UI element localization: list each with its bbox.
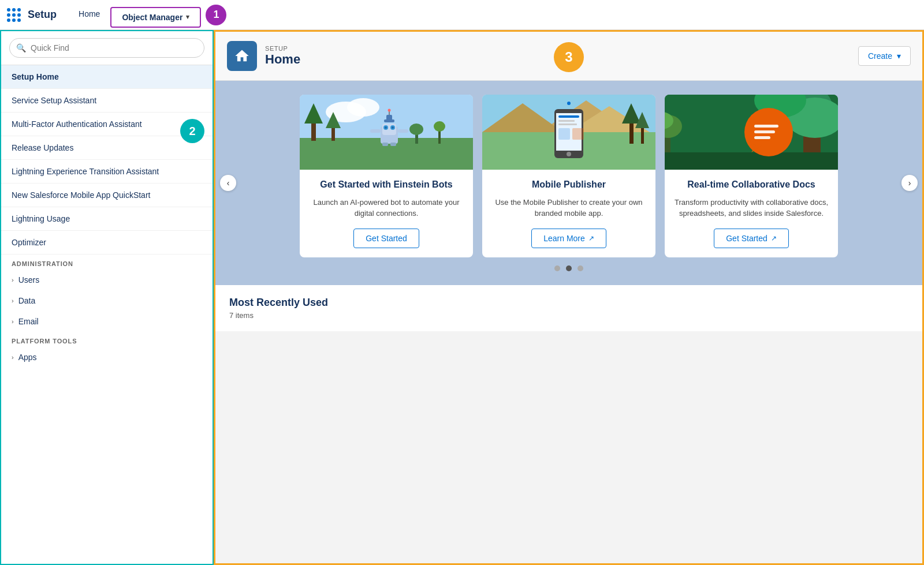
sidebar-item-users[interactable]: › Users bbox=[1, 270, 213, 290]
chevron-right-icon: › bbox=[12, 318, 14, 325]
chevron-right-icon: › bbox=[12, 276, 14, 283]
app-title: Setup bbox=[28, 9, 57, 21]
svg-point-43 bbox=[567, 102, 571, 105]
card-einstein-bots: Get Started with Einstein Bots Launch an… bbox=[300, 95, 473, 257]
svg-rect-38 bbox=[558, 115, 579, 118]
svg-point-2 bbox=[347, 98, 379, 117]
svg-point-13 bbox=[392, 126, 394, 129]
top-navigation: Setup Home Object Manager ▾ 1 bbox=[0, 0, 924, 30]
carousel-dot-1[interactable] bbox=[554, 265, 560, 271]
search-input[interactable] bbox=[9, 38, 204, 58]
carousel-section: ‹ bbox=[215, 81, 922, 285]
mobile-scene-svg bbox=[482, 95, 655, 170]
carousel-prev-button[interactable]: ‹ bbox=[220, 175, 236, 191]
step-badge-2[interactable]: 2 bbox=[180, 119, 204, 143]
svg-rect-33 bbox=[641, 126, 644, 144]
setup-home-icon bbox=[227, 41, 257, 71]
sidebar-item-lightning-transition[interactable]: Lightning Experience Transition Assistan… bbox=[1, 160, 213, 184]
external-link-icon: ↗ bbox=[771, 234, 777, 242]
svg-point-17 bbox=[388, 109, 391, 112]
app-launcher-button[interactable] bbox=[7, 8, 21, 22]
step-badge-3[interactable]: 3 bbox=[554, 42, 584, 72]
setup-small-label: SETUP bbox=[265, 45, 300, 52]
sidebar-item-apps[interactable]: › Apps bbox=[1, 347, 213, 368]
einstein-scene-svg bbox=[300, 95, 473, 170]
card-desc-docs: Transform productivity with collaborativ… bbox=[674, 197, 829, 219]
card-body-einstein: Get Started with Einstein Bots Launch an… bbox=[300, 170, 473, 257]
carousel-cards: Get Started with Einstein Bots Launch an… bbox=[227, 95, 911, 257]
section-header-platform-tools: PLATFORM TOOLS bbox=[1, 332, 213, 347]
svg-rect-57 bbox=[754, 136, 770, 139]
step-badge-3-wrap: 3 bbox=[554, 42, 584, 72]
carousel-dot-3[interactable] bbox=[578, 265, 583, 271]
card-image-einstein bbox=[300, 95, 473, 170]
sidebar-item-optimizer[interactable]: Optimizer bbox=[1, 231, 213, 255]
card-desc-mobile: Use the Mobile Publisher to create your … bbox=[491, 197, 646, 219]
svg-rect-20 bbox=[382, 143, 388, 146]
chevron-down-icon: ▾ bbox=[186, 13, 189, 21]
card-image-docs bbox=[665, 95, 838, 170]
card-desc-einstein: Launch an AI-powered bot to automate you… bbox=[309, 197, 464, 219]
card-action-docs[interactable]: Get Started ↗ bbox=[714, 229, 789, 248]
card-title-einstein: Get Started with Einstein Bots bbox=[309, 179, 464, 191]
svg-point-25 bbox=[434, 121, 445, 132]
card-collab-docs: Real-time Collaborative Docs Transform p… bbox=[665, 95, 838, 257]
carousel-dot-2[interactable] bbox=[566, 265, 572, 271]
svg-rect-21 bbox=[390, 143, 396, 146]
section-header-administration: ADMINISTRATION bbox=[1, 255, 213, 270]
svg-rect-39 bbox=[558, 120, 575, 122]
home-icon bbox=[234, 48, 250, 64]
svg-rect-15 bbox=[386, 115, 392, 121]
svg-rect-19 bbox=[398, 129, 408, 133]
mru-section: Most Recently Used 7 items bbox=[215, 285, 922, 331]
main-layout: 🔍 2 Setup Home Service Setup Assistant M… bbox=[0, 30, 924, 565]
sidebar: 🔍 2 Setup Home Service Setup Assistant M… bbox=[0, 30, 214, 565]
svg-point-37 bbox=[567, 152, 571, 156]
sidebar-search-container: 🔍 bbox=[1, 31, 213, 65]
sidebar-item-mobile-quickstart[interactable]: New Salesforce Mobile App QuickStart bbox=[1, 184, 213, 207]
step-badge-1[interactable]: 1 bbox=[206, 5, 226, 25]
card-body-mobile: Mobile Publisher Use the Mobile Publishe… bbox=[482, 170, 655, 257]
svg-rect-41 bbox=[558, 128, 570, 140]
chevron-right-icon: › bbox=[12, 354, 14, 361]
svg-rect-40 bbox=[558, 124, 577, 125]
card-body-docs: Real-time Collaborative Docs Transform p… bbox=[665, 170, 838, 257]
carousel-next-button[interactable]: › bbox=[901, 175, 918, 191]
card-title-docs: Real-time Collaborative Docs bbox=[674, 179, 829, 191]
setup-header-text: SETUP Home bbox=[265, 45, 300, 67]
chevron-down-icon: ▾ bbox=[897, 51, 901, 61]
search-icon: 🔍 bbox=[16, 43, 26, 53]
create-button[interactable]: Create ▾ bbox=[858, 46, 911, 66]
tab-object-manager[interactable]: Object Manager ▾ bbox=[110, 7, 201, 28]
mru-title: Most Recently Used bbox=[229, 297, 908, 309]
sidebar-item-lightning-usage[interactable]: Lightning Usage bbox=[1, 207, 213, 231]
card-mobile-publisher: Mobile Publisher Use the Mobile Publishe… bbox=[482, 95, 655, 257]
step-badge-2-wrap: 2 bbox=[180, 119, 204, 143]
sidebar-item-email[interactable]: › Email bbox=[1, 311, 213, 332]
sidebar-item-service-setup[interactable]: Service Setup Assistant bbox=[1, 89, 213, 113]
svg-rect-18 bbox=[370, 129, 381, 133]
main-content: SETUP Home 3 Create ▾ ‹ bbox=[214, 30, 924, 565]
svg-rect-42 bbox=[572, 128, 584, 140]
svg-rect-6 bbox=[331, 126, 335, 141]
svg-rect-55 bbox=[754, 125, 778, 128]
carousel-dots bbox=[227, 265, 911, 277]
svg-point-12 bbox=[385, 126, 387, 129]
chevron-right-icon: › bbox=[12, 297, 14, 304]
svg-rect-4 bbox=[311, 121, 316, 141]
card-title-mobile: Mobile Publisher bbox=[491, 179, 646, 191]
svg-rect-52 bbox=[665, 152, 838, 170]
card-action-mobile[interactable]: Learn More ↗ bbox=[531, 229, 606, 248]
sidebar-item-setup-home[interactable]: Setup Home bbox=[1, 65, 213, 89]
setup-header: SETUP Home 3 Create ▾ bbox=[215, 32, 922, 81]
card-action-einstein[interactable]: Get Started bbox=[353, 229, 419, 248]
tab-home[interactable]: Home bbox=[68, 0, 110, 30]
external-link-icon: ↗ bbox=[588, 234, 594, 242]
sidebar-item-data[interactable]: › Data bbox=[1, 290, 213, 311]
card-image-mobile bbox=[482, 95, 655, 170]
svg-rect-31 bbox=[629, 121, 634, 144]
mru-subtitle: 7 items bbox=[229, 311, 908, 320]
svg-rect-56 bbox=[754, 130, 775, 133]
svg-point-23 bbox=[409, 124, 423, 135]
sidebar-navigation: Setup Home Service Setup Assistant Multi… bbox=[1, 65, 213, 255]
